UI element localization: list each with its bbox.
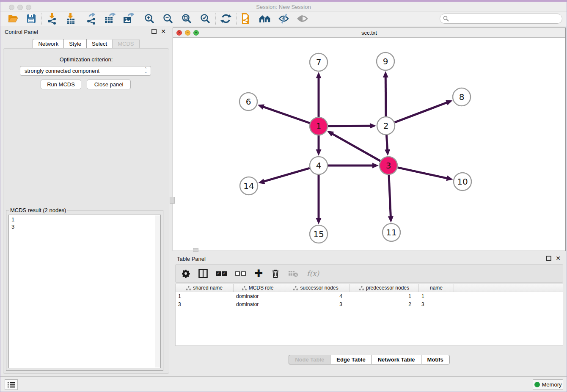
zoom-fit-icon[interactable] xyxy=(180,12,193,25)
import-table-icon[interactable] xyxy=(64,12,77,25)
graph-edge-3-10[interactable] xyxy=(397,168,447,179)
graph-edge-4-14[interactable] xyxy=(264,168,310,182)
table-row[interactable]: 1 dominator 4 1 1 xyxy=(176,293,563,300)
control-panel-header: Control Panel xyxy=(0,26,172,37)
criterion-value: strongly connected component xyxy=(25,68,99,74)
criterion-dropdown[interactable]: strongly connected component xyxy=(20,66,151,76)
network-window-titlebar: scc.txt xyxy=(173,28,565,38)
node-table[interactable]: shared name MCDS role successor nodes pr… xyxy=(175,284,563,346)
vertical-splitter-handle[interactable] xyxy=(170,197,175,204)
run-mcds-button[interactable]: Run MCDS xyxy=(41,80,81,89)
graph-edge-1-6[interactable] xyxy=(263,107,310,123)
import-network-icon[interactable] xyxy=(46,12,58,25)
tab-mcds[interactable]: MCDS xyxy=(112,39,139,49)
tab-network[interactable]: Network xyxy=(33,39,63,49)
close-panel-button[interactable]: Close panel xyxy=(87,80,131,89)
mcds-result-group: MCDS result (2 nodes) 1 3 xyxy=(6,210,163,371)
zoom-out-icon[interactable] xyxy=(162,12,174,25)
tab-motifs[interactable]: Motifs xyxy=(421,355,450,364)
result-line: 1 xyxy=(11,216,158,223)
save-session-icon[interactable] xyxy=(25,12,38,25)
tab-node-table[interactable]: Node Table xyxy=(289,355,330,364)
control-panel: Control Panel Network Style Select MCDS … xyxy=(0,26,172,376)
window-title: Session: New Session xyxy=(0,4,567,10)
toggle-column-panel-icon[interactable] xyxy=(198,269,208,278)
optimization-criterion-label: Optimization criterion: xyxy=(3,56,169,63)
tab-select[interactable]: Select xyxy=(86,39,112,49)
table-settings-gear-icon[interactable] xyxy=(182,269,190,278)
graph-edge-2-9[interactable] xyxy=(385,77,386,116)
first-neighbors-icon[interactable] xyxy=(259,12,272,25)
column-header[interactable]: predecessor nodes xyxy=(350,284,419,292)
column-type-icon xyxy=(186,286,191,290)
export-table-icon[interactable] xyxy=(104,12,116,25)
graph-node-label: 1 xyxy=(316,121,322,131)
column-header[interactable]: shared name xyxy=(176,284,234,292)
list-icon xyxy=(8,382,15,388)
zoom-selected-icon[interactable] xyxy=(199,12,212,25)
graph-node-label: 11 xyxy=(386,227,396,237)
result-line: 3 xyxy=(11,223,158,230)
table-row[interactable]: 3 dominator 3 2 3 xyxy=(176,301,563,308)
graph-edge-arrowhead xyxy=(385,149,390,156)
control-panel-title: Control Panel xyxy=(5,29,38,35)
graph-node-label: 4 xyxy=(316,160,322,171)
search-input[interactable] xyxy=(440,14,562,24)
graph-edge-2-8[interactable] xyxy=(395,102,448,122)
close-panel-icon[interactable] xyxy=(161,28,166,35)
column-header[interactable]: successor nodes xyxy=(282,284,350,292)
export-image-icon[interactable] xyxy=(122,12,135,25)
graph-edge-1-2[interactable] xyxy=(328,126,371,126)
mcds-result-title: MCDS result (2 nodes) xyxy=(9,207,67,213)
graph-node-label: 9 xyxy=(383,56,388,66)
open-session-icon[interactable] xyxy=(6,12,19,25)
graph-node-label: 7 xyxy=(316,57,322,67)
create-column-icon[interactable] xyxy=(254,268,263,279)
table-panel-header: Table Panel xyxy=(173,253,566,264)
column-header[interactable]: MCDS role xyxy=(234,284,282,292)
task-history-button[interactable] xyxy=(5,379,18,390)
graph-edge-arrowhead xyxy=(258,179,265,184)
show-all-icon[interactable] xyxy=(296,12,309,25)
table-panel-title: Table Panel xyxy=(177,256,206,262)
new-network-from-selection-icon[interactable] xyxy=(240,12,253,25)
float-table-panel-icon[interactable] xyxy=(546,256,551,261)
mcds-panel: Optimization criterion: strongly connect… xyxy=(3,48,169,374)
status-bar: Memory xyxy=(0,376,567,392)
graph-edge-arrowhead xyxy=(372,163,379,168)
network-canvas[interactable]: 1234678910111415 xyxy=(173,38,565,251)
delete-table-icon[interactable] xyxy=(288,270,298,277)
horizontal-splitter-handle[interactable] xyxy=(193,248,198,252)
select-all-columns-icon[interactable] xyxy=(216,271,227,276)
graph-node-label: 10 xyxy=(457,177,468,187)
graph-node-label: 2 xyxy=(383,121,389,131)
graph-edge-arrowhead xyxy=(258,104,264,109)
graph-edge-arrowhead xyxy=(316,149,322,156)
network-graph[interactable]: 1234678910111415 xyxy=(173,38,565,251)
column-type-icon xyxy=(242,286,247,290)
apply-layout-icon[interactable] xyxy=(220,12,232,25)
control-panel-tabs: Network Style Select MCDS xyxy=(0,39,172,49)
graph-edge-3-11[interactable] xyxy=(389,175,391,217)
graph-edge-arrowhead xyxy=(383,71,388,77)
graph-edge-3-1[interactable] xyxy=(332,134,380,161)
table-tabs: Node Table Edge Table Network Table Moti… xyxy=(173,355,566,364)
mcds-result-text[interactable]: 1 3 xyxy=(8,215,161,368)
tab-network-table[interactable]: Network Table xyxy=(372,355,421,364)
function-builder-icon[interactable]: f(x) xyxy=(307,269,319,278)
graph-edge-2-3[interactable] xyxy=(386,135,387,150)
float-panel-icon[interactable] xyxy=(151,29,157,34)
column-header[interactable]: name xyxy=(419,284,454,292)
graph-edge-arrowhead xyxy=(446,176,453,181)
unselect-all-columns-icon[interactable] xyxy=(235,271,246,276)
zoom-in-icon[interactable] xyxy=(143,12,156,25)
graph-node-label: 8 xyxy=(459,92,465,102)
result-scrollbar[interactable] xyxy=(155,215,160,367)
tab-style[interactable]: Style xyxy=(63,39,86,49)
close-table-panel-icon[interactable] xyxy=(556,255,561,262)
memory-button[interactable]: Memory xyxy=(533,379,563,390)
export-network-icon[interactable] xyxy=(85,12,98,25)
delete-column-icon[interactable] xyxy=(271,269,280,278)
tab-edge-table[interactable]: Edge Table xyxy=(330,355,371,364)
hide-selection-icon[interactable] xyxy=(278,12,290,25)
